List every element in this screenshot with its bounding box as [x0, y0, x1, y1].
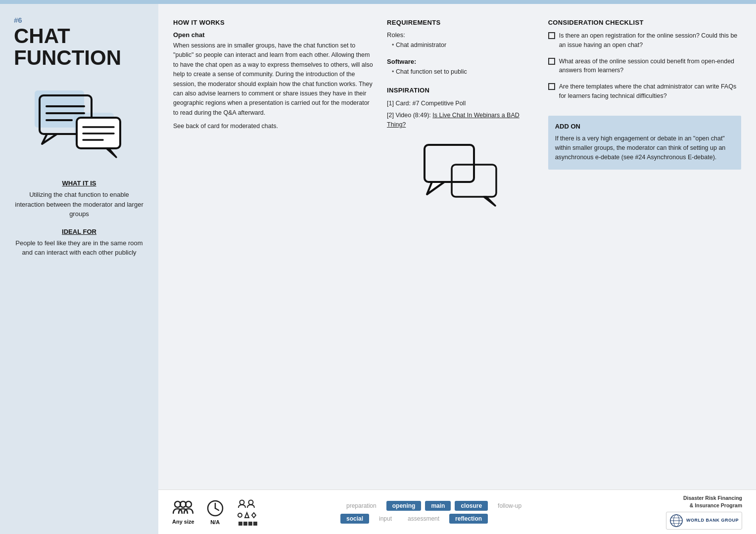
svg-point-24: [238, 513, 242, 517]
what-it-is-section: WHAT IT IS Utilizing the chat function t…: [14, 179, 144, 219]
card-number: #6: [14, 16, 22, 24]
main-content: #6 CHATFUNCTION: [0, 4, 756, 534]
checkbox-2[interactable]: [548, 58, 555, 65]
checklist-item-3-text: Are there templates where the chat admin…: [559, 82, 741, 101]
checklist-header: CONSIDERATION CHECKLIST: [548, 19, 741, 26]
tag-social: social: [340, 514, 369, 524]
role-item: Chat administrator: [387, 41, 536, 50]
checklist-item-3: Are there templates where the chat admin…: [548, 82, 741, 101]
svg-marker-13: [427, 182, 444, 194]
svg-rect-12: [425, 145, 474, 182]
footer-logo: Disaster Risk Financing & Insurance Prog…: [643, 494, 742, 530]
tag-reflection: reflection: [449, 514, 488, 524]
tag-opening: opening: [386, 501, 422, 511]
complexity-icon: [236, 499, 260, 520]
tag-main: main: [425, 501, 451, 511]
time-label: N/A: [210, 519, 220, 525]
left-sidebar: #6 CHATFUNCTION: [0, 4, 158, 534]
checklist-item-1-text: Is there an open registration for the on…: [559, 31, 741, 50]
tag-input: input: [373, 514, 398, 524]
svg-marker-15: [484, 197, 495, 206]
how-it-works-body: When sessions are in smaller groups, hav…: [173, 41, 375, 135]
size-label: Any size: [172, 519, 194, 525]
checklist-column: CONSIDERATION CHECKLIST Is there an open…: [548, 19, 741, 490]
ideal-for-label: IDEAL FOR: [14, 228, 144, 235]
inspiration-header: INSPIRATION: [387, 87, 536, 94]
tag-preparation: preparation: [340, 501, 382, 511]
svg-marker-26: [252, 513, 256, 518]
add-on-header: ADD ON: [555, 123, 734, 130]
inspiration-section: INSPIRATION [1] Card: #7 Competitive Pol…: [387, 87, 536, 133]
page-container: #6 CHATFUNCTION: [0, 0, 756, 534]
svg-point-23: [248, 500, 253, 504]
roles-label: Roles:: [387, 31, 536, 39]
add-on-text: If there is a very high engagement or de…: [555, 134, 734, 163]
how-it-works-subheader: Open chat: [173, 31, 375, 39]
footer-tags-row2: social input assessment reflection: [340, 514, 633, 524]
people-icon: [173, 500, 193, 517]
tag-closure: closure: [455, 501, 488, 511]
chat-illustration-icon: [30, 86, 129, 165]
footer-logo-text: Disaster Risk Financing & Insurance Prog…: [683, 494, 742, 509]
what-it-is-label: WHAT IT IS: [14, 179, 144, 187]
time-icon-item: N/A: [206, 499, 224, 525]
top-band: [0, 0, 756, 4]
svg-marker-6: [42, 134, 57, 144]
world-bank-logo-icon: [669, 514, 683, 528]
checklist-item-1: Is there an open registration for the on…: [548, 31, 741, 50]
size-icon-item: Any size: [172, 500, 194, 525]
how-it-works-column: HOW IT WORKS Open chat When sessions are…: [173, 19, 375, 490]
ideal-for-text: People to feel like they are in the same…: [14, 238, 144, 258]
main-area: HOW IT WORKS Open chat When sessions are…: [158, 4, 756, 534]
footer-tags: preparation opening main closure follow-…: [331, 501, 643, 524]
footer-tags-row1: preparation opening main closure follow-…: [340, 501, 633, 511]
footer: Any size N/A: [158, 490, 756, 534]
svg-point-22: [239, 500, 244, 504]
checklist-item-2-text: What areas of the online session could b…: [559, 57, 741, 76]
clock-icon: [206, 499, 224, 517]
svg-marker-25: [245, 513, 249, 518]
inspiration-ref2: [2] Video (8:49): Is Live Chat In Webina…: [387, 111, 536, 130]
tag-follow-up: follow-up: [492, 501, 527, 511]
content-row: HOW IT WORKS Open chat When sessions are…: [158, 4, 756, 490]
icon-area: [14, 86, 144, 165]
requirements-column: REQUIREMENTS Roles: Chat administrator S…: [387, 19, 536, 490]
how-it-works-header: HOW IT WORKS: [173, 19, 375, 26]
svg-marker-11: [106, 148, 116, 157]
ideal-for-section: IDEAL FOR People to feel like they are i…: [14, 228, 144, 258]
world-bank-text: WORLD BANK GROUP: [686, 518, 739, 524]
tag-assessment: assessment: [402, 514, 445, 524]
checklist-item-2: What areas of the online session could b…: [548, 57, 741, 76]
card-title: CHATFUNCTION: [14, 25, 121, 69]
chat-illustration-2: [387, 142, 536, 207]
svg-line-21: [215, 508, 219, 510]
footer-logo-badge: WORLD BANK GROUP: [666, 512, 742, 530]
inspiration-ref1: [1] Card: #7 Competitive Poll: [387, 99, 536, 108]
complexity-icon-item: [236, 499, 260, 526]
footer-icons: Any size N/A: [172, 499, 331, 526]
checkbox-1[interactable]: [548, 32, 555, 39]
requirements-header: REQUIREMENTS: [387, 19, 536, 26]
software-item: Chat function set to public: [387, 67, 536, 77]
what-it-is-text: Utilizing the chat function to enable in…: [14, 190, 144, 219]
checkbox-3[interactable]: [548, 83, 555, 90]
software-label: Software:: [387, 58, 536, 65]
complexity-bars: [238, 522, 257, 526]
add-on-box: ADD ON If there is a very high engagemen…: [548, 116, 741, 170]
